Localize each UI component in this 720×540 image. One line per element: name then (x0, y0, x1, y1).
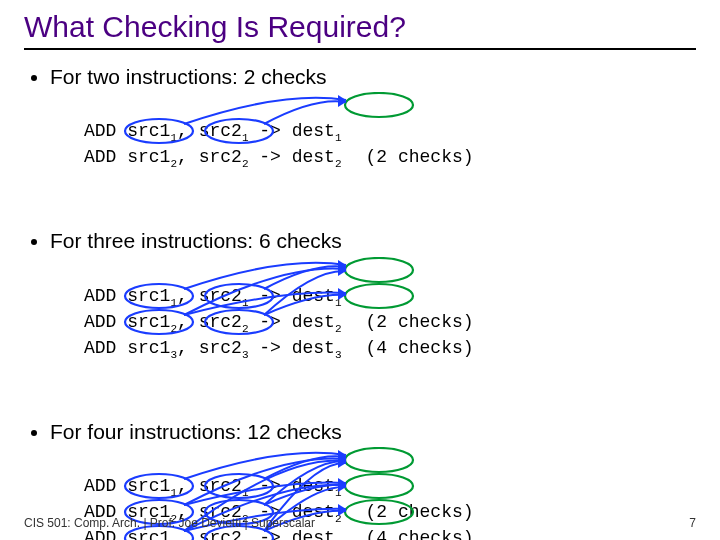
svg-point-18 (345, 474, 413, 498)
svg-marker-27 (338, 452, 346, 462)
code-line: ADD src13, src23 -> dest3(4 checks) (84, 338, 474, 358)
bullet-text: For two instructions: 2 checks (50, 65, 327, 88)
svg-marker-30 (338, 456, 346, 466)
footer-text: CIS 501: Comp. Arch. | Prof. Joe Deviett… (24, 516, 315, 530)
svg-point-5 (345, 258, 413, 282)
code-line: ADD src11, src21 -> dest1 (84, 476, 342, 496)
bullet-text: For three instructions: 6 checks (50, 229, 342, 252)
code-line: ADD src12, src22 -> dest2(2 checks) (84, 312, 474, 332)
svg-marker-32 (338, 456, 346, 466)
bullet-list: For two instructions: 2 checks ADD src11… (24, 64, 696, 540)
slide: What Checking Is Required? For two instr… (0, 0, 720, 540)
bullet-two-instr: For two instructions: 2 checks ADD src11… (50, 64, 696, 222)
svg-marker-28 (338, 454, 346, 464)
svg-marker-26 (338, 450, 346, 460)
svg-marker-3 (338, 95, 346, 105)
svg-marker-11 (338, 260, 346, 270)
code-line: ADD src11, src21 -> dest1 (84, 286, 342, 306)
page-number: 7 (689, 516, 696, 530)
code-block-two: ADD src11, src21 -> dest1 ADD src12, src… (84, 92, 696, 222)
code-line: ADD src11, src21 -> dest1 (84, 121, 342, 141)
code-line: ADD src12, src22 -> dest2(2 checks) (84, 147, 474, 167)
svg-marker-12 (338, 262, 346, 272)
slide-title: What Checking Is Required? (24, 10, 696, 50)
svg-marker-4 (338, 97, 346, 107)
bullet-three-instr: For three instructions: 6 checks ADD src… (50, 228, 696, 412)
svg-point-0 (345, 93, 413, 117)
svg-marker-13 (338, 264, 346, 274)
svg-point-17 (345, 448, 413, 472)
svg-point-6 (345, 284, 413, 308)
svg-marker-35 (338, 458, 346, 468)
bullet-text: For four instructions: 12 checks (50, 420, 342, 443)
code-block-three: ADD src11, src21 -> dest1 ADD src12, src… (84, 257, 696, 413)
svg-marker-15 (338, 266, 346, 276)
